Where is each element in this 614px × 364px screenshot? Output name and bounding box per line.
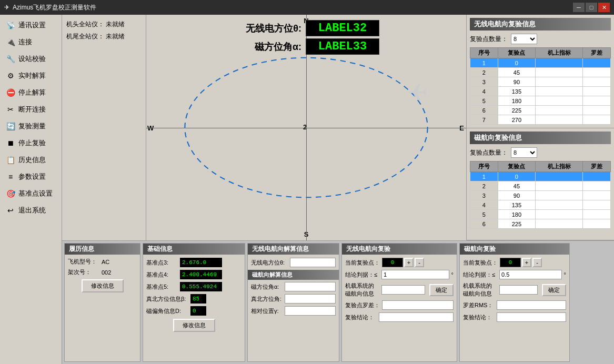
col-deviation-m: 罗差 xyxy=(583,161,611,172)
m-conclusion-input[interactable] xyxy=(499,270,562,279)
sidebar-label-stop-repeat: 停止复验 xyxy=(18,138,46,148)
m-minus-button[interactable]: - xyxy=(532,258,542,267)
calibrate-icon: 🔧 xyxy=(6,55,15,63)
w-minus-button[interactable]: - xyxy=(415,258,424,267)
w-current-input[interactable] xyxy=(382,258,403,267)
wireless-calc-panel: 无线电航向解算信息 无线电方位θ: 磁航向解算信息 磁方位角α: 真北方位角: … xyxy=(247,243,339,362)
repeat-icon: 🔄 xyxy=(6,122,15,130)
stop-calc-icon: ⛔ xyxy=(6,88,15,97)
head-station-value: 未就绪 xyxy=(106,21,125,28)
true-north-input[interactable] xyxy=(285,294,336,304)
base4-label: 基准点4: xyxy=(146,271,178,279)
sidebar-label-stop-calc: 停止解算 xyxy=(18,88,46,97)
magnetic-verify-bottom-title: 磁航向复验 xyxy=(460,244,569,255)
beta-value: 85 xyxy=(190,294,206,304)
w-point-loss-input[interactable] xyxy=(382,300,454,310)
viz-panel: N S E W 2 ✈ 无线电方位θ: LABEL32 xyxy=(146,15,467,240)
gamma-input[interactable] xyxy=(285,306,336,316)
base5-row: 基准点5: 0.555.4924 xyxy=(146,282,241,291)
table-row[interactable]: 245 xyxy=(470,68,611,77)
table-row[interactable]: 390 xyxy=(470,191,611,200)
w-plus-button[interactable]: + xyxy=(404,258,414,267)
m-rms-row: 罗差RMS： xyxy=(463,300,566,310)
table-row[interactable]: 390 xyxy=(470,77,611,87)
plane-type-row: 飞机型号： AC xyxy=(68,258,137,266)
m-current-point-row: 当前复验点： + - xyxy=(463,258,566,267)
table-row[interactable]: 7270 xyxy=(470,115,611,125)
sidebar-item-base-settings[interactable]: 🎯 基准点设置 xyxy=(0,185,62,202)
basic-modify-button[interactable]: 修改信息 xyxy=(173,319,215,332)
sidebar-item-site-calibrate[interactable]: 🔧 设站校验 xyxy=(0,50,62,67)
w-verify-conclusion-input[interactable] xyxy=(379,312,454,322)
base5-value: 0.555.4924 xyxy=(180,282,222,291)
maximize-button[interactable]: □ xyxy=(586,3,597,12)
m-confirm-button[interactable]: 确定 xyxy=(542,284,566,296)
sidebar-label-param: 参数设置 xyxy=(18,172,46,181)
mag-alpha-input[interactable] xyxy=(285,282,336,291)
m-plus-button[interactable]: + xyxy=(522,258,531,267)
minimize-button[interactable]: ─ xyxy=(573,3,585,12)
wireless-verify-section: 无线电航向复验信息 复验点数量： 8 序号 复验点 机上指标 xyxy=(467,15,614,128)
w-onboard-input[interactable] xyxy=(381,285,425,295)
sidebar-item-history[interactable]: 📋 历史信息 xyxy=(0,151,62,168)
magnetic-verify-bottom-panel: 磁航向复验 当前复验点： + - 结论判据：≤ ° 机载系统的磁航向信息 xyxy=(459,243,570,362)
magnetic-verify-table: 序号 复验点 机上指标 罗差 10245390413551806225 xyxy=(470,161,611,229)
table-row[interactable]: 6225 xyxy=(470,106,611,115)
w-onboard-label: 机载系统的磁航向信息 xyxy=(345,282,379,298)
comm-icon: 📡 xyxy=(6,21,15,29)
w-verify-conclusion-row: 复验结论： xyxy=(345,312,454,322)
close-button[interactable]: ✕ xyxy=(598,3,610,12)
sidebar-item-repeat-measure[interactable]: 🔄 复验测量 xyxy=(0,118,62,135)
sidebar-item-comm-settings[interactable]: 📡 通讯设置 xyxy=(0,17,62,34)
magnetic-calc-subtitle: 磁航向解算信息 xyxy=(248,270,339,280)
m-verify-conclusion-row: 复验结论： xyxy=(463,312,566,322)
sidebar-item-param-settings[interactable]: ≡ 参数设置 xyxy=(0,168,62,185)
table-row[interactable]: 5180 xyxy=(470,210,611,219)
table-row[interactable]: 10 xyxy=(470,58,611,68)
table-row[interactable]: 4135 xyxy=(470,87,611,96)
w-conclusion-input[interactable] xyxy=(381,270,449,279)
table-row[interactable]: 5180 xyxy=(470,96,611,106)
wireless-count-select[interactable]: 8 xyxy=(511,34,537,44)
sidebar-label-history: 历史信息 xyxy=(18,155,46,165)
wireless-theta-input[interactable] xyxy=(290,258,336,267)
history-modify-button[interactable]: 修改信息 xyxy=(82,279,124,292)
sidebar-item-realtime-calc[interactable]: ⚙ 实时解算 xyxy=(0,67,62,84)
table-row[interactable]: 4135 xyxy=(470,200,611,210)
sidebar-item-exit[interactable]: ↩ 退出系统 xyxy=(0,202,62,219)
m-current-input[interactable] xyxy=(500,258,521,267)
w-point-loss-label: 复验点罗差： xyxy=(345,301,380,309)
alpha-label: 磁方位角α: xyxy=(233,41,301,53)
frame-row: 架次号： 002 xyxy=(68,268,137,276)
head-station-row: 机头全站仪： 未就绪 xyxy=(66,20,142,29)
sidebar-item-stop-calc[interactable]: ⛔ 停止解算 xyxy=(0,84,62,101)
w-conclusion-row: 结论判据：≤ ° xyxy=(345,270,454,279)
w-confirm-button[interactable]: 确定 xyxy=(429,284,454,296)
wireless-calc-title: 无线电航向解算信息 xyxy=(248,244,339,255)
sidebar-item-disconnect[interactable]: ✂ 断开连接 xyxy=(0,101,62,118)
m-onboard-input[interactable] xyxy=(499,285,538,295)
col-seq-m: 序号 xyxy=(470,161,498,172)
wireless-count-label: 复验点数量： xyxy=(470,35,508,44)
magnetic-count-select[interactable]: 8 xyxy=(511,147,537,158)
table-row[interactable]: 245 xyxy=(470,181,611,191)
sidebar-item-connect[interactable]: 🔌 连接 xyxy=(0,34,62,50)
m-verify-conclusion-input[interactable] xyxy=(497,312,566,322)
d-row: 磁偏角信息D: 0 xyxy=(146,306,241,316)
sidebar-label-realtime: 实时解算 xyxy=(18,71,46,80)
theta-value: LABEL32 xyxy=(306,20,379,36)
sidebar-label-exit: 退出系统 xyxy=(18,206,46,215)
theta-label: 无线电方位θ: xyxy=(233,22,301,35)
w-conclusion-label: 结论判据：≤ xyxy=(345,271,379,279)
sidebar-item-stop-repeat[interactable]: ⏹ 停止复验 xyxy=(0,135,62,151)
table-row[interactable]: 6225 xyxy=(470,219,611,229)
m-rms-input[interactable] xyxy=(497,300,566,310)
mag-alpha-row: 磁方位角α: xyxy=(251,282,336,291)
base5-label: 基准点5: xyxy=(146,283,178,291)
frame-value: 002 xyxy=(102,269,111,276)
plane-type-label: 飞机型号： xyxy=(68,258,99,266)
head-station-label: 机头全站仪： xyxy=(66,21,104,28)
svg-point-0 xyxy=(185,58,427,198)
table-row[interactable]: 10 xyxy=(470,172,611,181)
w-current-point-row: 当前复验点： + - xyxy=(345,258,454,267)
